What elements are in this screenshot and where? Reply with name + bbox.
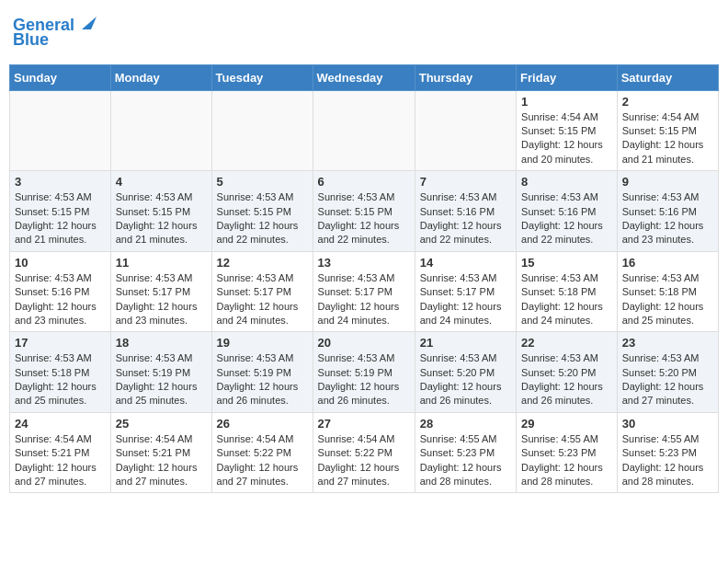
day-info-text: Sunrise: 4:53 AM Sunset: 5:17 PM Dayligh… xyxy=(217,271,308,328)
calendar-day-cell: 6Sunrise: 4:53 AM Sunset: 5:15 PM Daylig… xyxy=(313,171,415,252)
day-info-text: Sunrise: 4:53 AM Sunset: 5:16 PM Dayligh… xyxy=(521,190,612,247)
day-number: 25 xyxy=(116,417,207,431)
calendar-empty-cell xyxy=(110,90,211,171)
day-info-text: Sunrise: 4:53 AM Sunset: 5:20 PM Dayligh… xyxy=(622,351,713,408)
day-number: 27 xyxy=(318,417,410,431)
weekday-header-tuesday: Tuesday xyxy=(211,64,313,90)
day-info-text: Sunrise: 4:53 AM Sunset: 5:16 PM Dayligh… xyxy=(420,190,511,247)
day-number: 9 xyxy=(622,175,713,189)
day-number: 28 xyxy=(420,417,511,431)
calendar-day-cell: 26Sunrise: 4:54 AM Sunset: 5:22 PM Dayli… xyxy=(211,412,313,493)
page-header: General Blue xyxy=(9,9,719,57)
weekday-header-friday: Friday xyxy=(517,64,618,90)
day-number: 6 xyxy=(318,175,410,189)
calendar-empty-cell xyxy=(313,90,415,171)
calendar-table: SundayMondayTuesdayWednesdayThursdayFrid… xyxy=(9,64,719,494)
calendar-day-cell: 13Sunrise: 4:53 AM Sunset: 5:17 PM Dayli… xyxy=(313,251,415,332)
calendar-day-cell: 16Sunrise: 4:53 AM Sunset: 5:18 PM Dayli… xyxy=(617,251,718,332)
calendar-day-cell: 22Sunrise: 4:53 AM Sunset: 5:20 PM Dayli… xyxy=(517,332,618,413)
calendar-day-cell: 30Sunrise: 4:55 AM Sunset: 5:23 PM Dayli… xyxy=(617,412,718,493)
day-info-text: Sunrise: 4:53 AM Sunset: 5:20 PM Dayligh… xyxy=(420,351,511,408)
day-info-text: Sunrise: 4:54 AM Sunset: 5:15 PM Dayligh… xyxy=(521,110,612,167)
day-info-text: Sunrise: 4:53 AM Sunset: 5:15 PM Dayligh… xyxy=(15,190,106,247)
day-info-text: Sunrise: 4:53 AM Sunset: 5:15 PM Dayligh… xyxy=(217,190,308,247)
day-number: 8 xyxy=(521,175,612,189)
calendar-day-cell: 14Sunrise: 4:53 AM Sunset: 5:17 PM Dayli… xyxy=(415,251,516,332)
calendar-day-cell: 12Sunrise: 4:53 AM Sunset: 5:17 PM Dayli… xyxy=(211,251,313,332)
day-info-text: Sunrise: 4:55 AM Sunset: 5:23 PM Dayligh… xyxy=(420,432,511,489)
day-number: 7 xyxy=(420,175,511,189)
calendar-empty-cell xyxy=(211,90,313,171)
weekday-header-sunday: Sunday xyxy=(10,64,111,90)
calendar-day-cell: 21Sunrise: 4:53 AM Sunset: 5:20 PM Dayli… xyxy=(415,332,516,413)
day-number: 12 xyxy=(217,256,308,270)
day-number: 5 xyxy=(217,175,308,189)
calendar-day-cell: 3Sunrise: 4:53 AM Sunset: 5:15 PM Daylig… xyxy=(10,171,111,252)
day-info-text: Sunrise: 4:55 AM Sunset: 5:23 PM Dayligh… xyxy=(521,432,612,489)
day-number: 3 xyxy=(15,175,106,189)
day-info-text: Sunrise: 4:53 AM Sunset: 5:17 PM Dayligh… xyxy=(318,271,410,328)
day-number: 10 xyxy=(15,256,106,270)
calendar-day-cell: 28Sunrise: 4:55 AM Sunset: 5:23 PM Dayli… xyxy=(415,412,516,493)
logo: General Blue xyxy=(13,17,97,50)
calendar-day-cell: 29Sunrise: 4:55 AM Sunset: 5:23 PM Dayli… xyxy=(517,412,618,493)
calendar-week-row: 24Sunrise: 4:54 AM Sunset: 5:21 PM Dayli… xyxy=(10,412,719,493)
calendar-day-cell: 20Sunrise: 4:53 AM Sunset: 5:19 PM Dayli… xyxy=(313,332,415,413)
calendar-week-row: 17Sunrise: 4:53 AM Sunset: 5:18 PM Dayli… xyxy=(10,332,719,413)
day-number: 19 xyxy=(217,336,308,350)
calendar-week-row: 10Sunrise: 4:53 AM Sunset: 5:16 PM Dayli… xyxy=(10,251,719,332)
weekday-header-thursday: Thursday xyxy=(415,64,516,90)
calendar-day-cell: 8Sunrise: 4:53 AM Sunset: 5:16 PM Daylig… xyxy=(517,171,618,252)
day-number: 21 xyxy=(420,336,511,350)
day-number: 30 xyxy=(622,417,713,431)
day-number: 18 xyxy=(116,336,207,350)
calendar-day-cell: 7Sunrise: 4:53 AM Sunset: 5:16 PM Daylig… xyxy=(415,171,516,252)
weekday-header-saturday: Saturday xyxy=(617,64,718,90)
day-number: 24 xyxy=(15,417,106,431)
day-info-text: Sunrise: 4:53 AM Sunset: 5:19 PM Dayligh… xyxy=(318,351,410,408)
day-info-text: Sunrise: 4:53 AM Sunset: 5:18 PM Dayligh… xyxy=(15,351,106,408)
day-number: 20 xyxy=(318,336,410,350)
day-number: 22 xyxy=(521,336,612,350)
calendar-day-cell: 10Sunrise: 4:53 AM Sunset: 5:16 PM Dayli… xyxy=(10,251,111,332)
day-info-text: Sunrise: 4:53 AM Sunset: 5:18 PM Dayligh… xyxy=(521,271,612,328)
calendar-day-cell: 9Sunrise: 4:53 AM Sunset: 5:16 PM Daylig… xyxy=(617,171,718,252)
day-info-text: Sunrise: 4:53 AM Sunset: 5:19 PM Dayligh… xyxy=(217,351,308,408)
calendar-day-cell: 27Sunrise: 4:54 AM Sunset: 5:22 PM Dayli… xyxy=(313,412,415,493)
day-number: 29 xyxy=(521,417,612,431)
day-info-text: Sunrise: 4:55 AM Sunset: 5:23 PM Dayligh… xyxy=(622,432,713,489)
day-number: 14 xyxy=(420,256,511,270)
day-info-text: Sunrise: 4:53 AM Sunset: 5:17 PM Dayligh… xyxy=(420,271,511,328)
day-number: 15 xyxy=(521,256,612,270)
day-info-text: Sunrise: 4:53 AM Sunset: 5:15 PM Dayligh… xyxy=(116,190,207,247)
weekday-header-row: SundayMondayTuesdayWednesdayThursdayFrid… xyxy=(10,64,719,90)
day-info-text: Sunrise: 4:53 AM Sunset: 5:16 PM Dayligh… xyxy=(622,190,713,247)
day-info-text: Sunrise: 4:53 AM Sunset: 5:15 PM Dayligh… xyxy=(318,190,410,247)
calendar-empty-cell xyxy=(10,90,111,171)
calendar-week-row: 1Sunrise: 4:54 AM Sunset: 5:15 PM Daylig… xyxy=(10,90,719,171)
day-number: 13 xyxy=(318,256,410,270)
svg-marker-0 xyxy=(82,17,97,29)
day-number: 4 xyxy=(116,175,207,189)
calendar-day-cell: 18Sunrise: 4:53 AM Sunset: 5:19 PM Dayli… xyxy=(110,332,211,413)
weekday-header-wednesday: Wednesday xyxy=(313,64,415,90)
calendar-day-cell: 23Sunrise: 4:53 AM Sunset: 5:20 PM Dayli… xyxy=(617,332,718,413)
day-number: 17 xyxy=(15,336,106,350)
day-info-text: Sunrise: 4:54 AM Sunset: 5:21 PM Dayligh… xyxy=(116,432,207,489)
calendar-day-cell: 4Sunrise: 4:53 AM Sunset: 5:15 PM Daylig… xyxy=(110,171,211,252)
day-info-text: Sunrise: 4:54 AM Sunset: 5:21 PM Dayligh… xyxy=(15,432,106,489)
logo-text-line2: Blue xyxy=(13,31,49,50)
day-number: 23 xyxy=(622,336,713,350)
day-info-text: Sunrise: 4:53 AM Sunset: 5:20 PM Dayligh… xyxy=(521,351,612,408)
day-info-text: Sunrise: 4:53 AM Sunset: 5:19 PM Dayligh… xyxy=(116,351,207,408)
calendar-day-cell: 5Sunrise: 4:53 AM Sunset: 5:15 PM Daylig… xyxy=(211,171,313,252)
calendar-day-cell: 17Sunrise: 4:53 AM Sunset: 5:18 PM Dayli… xyxy=(10,332,111,413)
calendar-day-cell: 11Sunrise: 4:53 AM Sunset: 5:17 PM Dayli… xyxy=(110,251,211,332)
day-info-text: Sunrise: 4:54 AM Sunset: 5:22 PM Dayligh… xyxy=(217,432,308,489)
calendar-day-cell: 15Sunrise: 4:53 AM Sunset: 5:18 PM Dayli… xyxy=(517,251,618,332)
day-number: 16 xyxy=(622,256,713,270)
day-info-text: Sunrise: 4:53 AM Sunset: 5:17 PM Dayligh… xyxy=(116,271,207,328)
day-number: 2 xyxy=(622,95,713,109)
calendar-week-row: 3Sunrise: 4:53 AM Sunset: 5:15 PM Daylig… xyxy=(10,171,719,252)
day-number: 1 xyxy=(521,95,612,109)
